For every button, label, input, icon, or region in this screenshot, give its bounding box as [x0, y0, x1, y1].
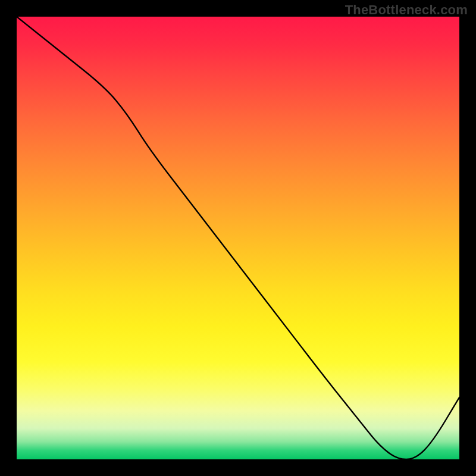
chart-frame: TheBottleneck.com: [0, 0, 476, 476]
curve-svg: [17, 17, 459, 459]
plot-area: [17, 17, 459, 459]
bottleneck-curve: [17, 17, 459, 459]
watermark-text: TheBottleneck.com: [345, 2, 468, 18]
